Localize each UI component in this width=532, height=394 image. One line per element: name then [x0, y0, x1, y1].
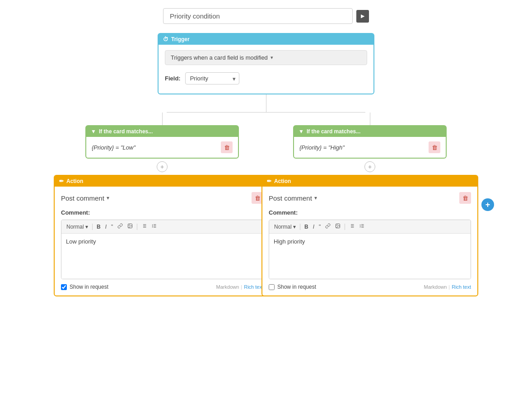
- toolbar-bold-low[interactable]: B: [95, 223, 102, 231]
- right-branch-top-line: [370, 113, 370, 125]
- toolbar-sep-2-high: [345, 224, 345, 230]
- action-type-arrow-high: ▾: [314, 195, 317, 201]
- play-button[interactable]: ▶: [356, 10, 369, 23]
- trigger-type-label: Triggers when a card field is modified: [171, 54, 268, 61]
- toolbar-sep-2-low: [137, 224, 137, 230]
- action-type-btn-high[interactable]: Post comment ▾: [269, 194, 317, 202]
- action-label-high: Action: [274, 178, 291, 184]
- toolbar-normal-high[interactable]: Normal ▾: [273, 223, 297, 231]
- left-branch-col: ▼ If the card matches... {Priority} = "L…: [63, 113, 261, 296]
- action-header-high: ✏ Action: [262, 176, 477, 187]
- trigger-label: Trigger: [171, 36, 190, 42]
- show-request-row-high: Show in request: [269, 284, 316, 290]
- comment-label-low: Comment:: [61, 209, 263, 216]
- trigger-body: Triggers when a card field is modified ▾…: [159, 45, 373, 94]
- condition-icon-low: ▼: [91, 128, 96, 135]
- toolbar-list-ul-high[interactable]: [348, 222, 356, 231]
- comment-label-high: Comment:: [269, 209, 471, 216]
- action-icon-high: ✏: [267, 178, 271, 184]
- action-type-arrow-low: ▾: [107, 195, 109, 201]
- condition-card-high: ▼ If the card matches... {Priority} = "H…: [293, 125, 447, 159]
- format-sep-high: |: [448, 284, 450, 290]
- editor-toolbar-high: Normal ▾ B I ": [269, 220, 471, 234]
- condition-header-low: ▼ If the card matches...: [86, 126, 238, 137]
- condition-expr-low: {Priority} = "Low": [92, 144, 135, 151]
- action-card-high: ✏ Action Post comment ▾ 🗑 Comment:: [261, 175, 478, 296]
- trigger-header: ⏱ Trigger: [159, 34, 373, 45]
- add-between-low[interactable]: +: [157, 161, 168, 172]
- format-rich-low[interactable]: Rich text: [244, 284, 263, 290]
- trigger-card: ⏱ Trigger Triggers when a card field is …: [158, 33, 374, 94]
- field-select-wrap: Priority Status Assignee Due Date: [185, 72, 239, 84]
- toolbar-image-low[interactable]: [126, 222, 134, 231]
- editor-content-high[interactable]: High priority: [269, 234, 471, 279]
- show-request-checkbox-high[interactable]: [269, 284, 275, 290]
- toolbar-link-low[interactable]: [116, 222, 124, 231]
- delete-condition-low[interactable]: 🗑: [221, 141, 233, 153]
- editor-content-low[interactable]: Low priority: [61, 234, 263, 279]
- condition-icon-high: ▼: [299, 128, 304, 135]
- title-input[interactable]: [163, 8, 353, 24]
- toolbar-list-ol-high[interactable]: [358, 222, 366, 231]
- show-request-label-high: Show in request: [277, 284, 316, 290]
- format-rich-high[interactable]: Rich text: [452, 284, 471, 290]
- condition-label-low: If the card matches...: [99, 128, 153, 135]
- condition-label-high: If the card matches...: [307, 128, 360, 135]
- toolbar-italic-low[interactable]: I: [104, 223, 108, 231]
- split-connector: [63, 94, 469, 113]
- field-select[interactable]: Priority Status Assignee Due Date: [185, 72, 239, 84]
- action-body-low: Post comment ▾ 🗑 Comment: Normal ▾ B I ": [55, 187, 270, 296]
- action-type-row-low: Post comment ▾ 🗑: [61, 192, 263, 204]
- editor-footer-low: Show in request Markdown | Rich text: [61, 284, 263, 290]
- condition-body-high: {Priority} = "High" 🗑: [294, 137, 446, 158]
- show-request-checkbox-low[interactable]: [61, 284, 67, 290]
- condition-expr-high: {Priority} = "High": [299, 144, 345, 151]
- condition-header-high: ▼ If the card matches...: [294, 126, 446, 137]
- trigger-field-row: Field: Priority Status Assignee Due Date: [165, 70, 367, 88]
- toolbar-quote-high[interactable]: ": [317, 223, 322, 231]
- toolbar-sep-1-high: [300, 224, 300, 230]
- editor-format-links-high: Markdown | Rich text: [424, 284, 471, 290]
- svg-point-12: [337, 225, 338, 226]
- action-card-low: ✏ Action Post comment ▾ 🗑 Comment:: [54, 175, 271, 296]
- field-label: Field:: [165, 75, 181, 82]
- action-type-row-high: Post comment ▾ 🗑: [269, 192, 471, 204]
- title-row: ▶: [163, 8, 369, 24]
- toolbar-list-ol-low[interactable]: [150, 222, 158, 231]
- delete-condition-high[interactable]: 🗑: [429, 141, 440, 153]
- format-markdown-low: Markdown: [216, 284, 239, 290]
- svg-point-1: [129, 225, 130, 226]
- trigger-type-selector[interactable]: Triggers when a card field is modified ▾: [165, 50, 367, 65]
- delete-action-high[interactable]: 🗑: [459, 192, 471, 204]
- trigger-icon: ⏱: [163, 36, 168, 42]
- add-branch-icon: +: [485, 201, 490, 209]
- action-type-label-high: Post comment: [269, 194, 312, 202]
- action-body-high: Post comment ▾ 🗑 Comment: Normal ▾ B I ": [262, 187, 477, 296]
- canvas: ▶ ⏱ Trigger Triggers when a card field i…: [0, 0, 532, 394]
- editor-format-links-low: Markdown | Rich text: [216, 284, 263, 290]
- action-header-low: ✏ Action: [55, 176, 270, 187]
- action-type-btn-low[interactable]: Post comment ▾: [61, 194, 109, 202]
- comment-editor-high: Normal ▾ B I ": [269, 220, 471, 279]
- format-markdown-high: Markdown: [424, 284, 447, 290]
- plus-icon-high: +: [368, 164, 372, 170]
- toolbar-image-high[interactable]: [334, 222, 342, 231]
- toolbar-link-high[interactable]: [324, 222, 332, 231]
- trigger-dropdown-arrow: ▾: [271, 55, 273, 61]
- plus-icon-low: +: [160, 164, 164, 170]
- play-icon: ▶: [361, 13, 364, 19]
- editor-footer-high: Show in request Markdown | Rich text: [269, 284, 471, 290]
- add-between-high[interactable]: +: [364, 161, 375, 172]
- add-branch-button[interactable]: +: [481, 198, 494, 211]
- toolbar-quote-low[interactable]: ": [110, 223, 114, 231]
- toolbar-italic-high[interactable]: I: [312, 223, 316, 231]
- toolbar-bold-high[interactable]: B: [303, 223, 310, 231]
- condition-body-low: {Priority} = "Low" 🗑: [86, 137, 238, 158]
- editor-toolbar-low: Normal ▾ B I ": [61, 220, 263, 234]
- show-request-row-low: Show in request: [61, 284, 108, 290]
- right-branch-col: ▼ If the card matches... {Priority} = "H…: [271, 113, 469, 296]
- toolbar-normal-low[interactable]: Normal ▾: [65, 223, 89, 231]
- action-label-low: Action: [66, 178, 83, 184]
- toolbar-list-ul-low[interactable]: [140, 222, 148, 231]
- left-branch-top-line: [162, 113, 163, 125]
